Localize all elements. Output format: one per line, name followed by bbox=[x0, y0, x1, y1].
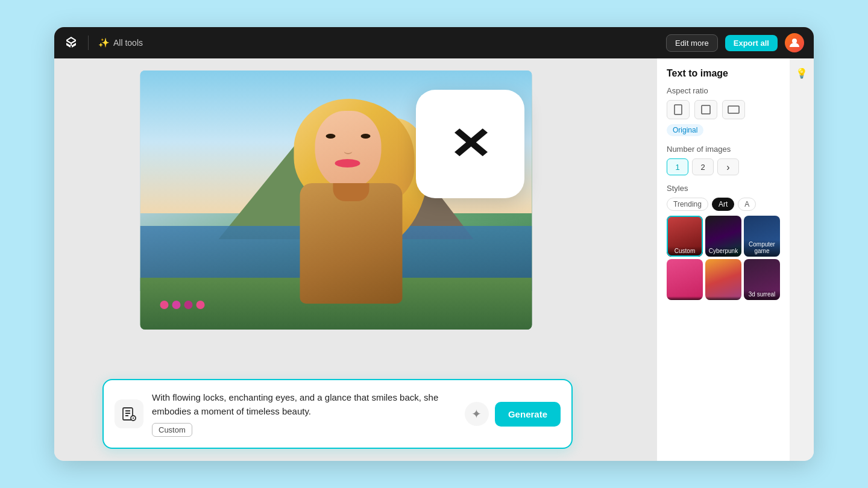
export-all-button[interactable]: Export all bbox=[725, 35, 778, 51]
num-1-button[interactable]: 1 bbox=[667, 158, 688, 175]
sparkle-button[interactable]: ✦ bbox=[465, 402, 489, 426]
svg-rect-8 bbox=[675, 105, 682, 114]
prompt-text-area: With flowing locks, enchanting eyes, and… bbox=[152, 391, 456, 437]
num-2-button[interactable]: 2 bbox=[692, 158, 714, 175]
aspect-ratio-row bbox=[667, 100, 780, 119]
ar-square-button[interactable] bbox=[694, 100, 717, 119]
num-images-row: 1 2 › bbox=[667, 158, 780, 175]
style-tab-art[interactable]: Art bbox=[712, 198, 734, 211]
style-tabs: Trending Art A bbox=[667, 198, 780, 211]
capcut-logo-large: ✕ bbox=[416, 90, 524, 198]
num-more-button[interactable]: › bbox=[717, 158, 739, 175]
lightbulb-icon: 💡 bbox=[796, 67, 808, 79]
prompt-icon-box[interactable] bbox=[115, 399, 143, 428]
num-images-label: Number of images bbox=[667, 145, 780, 154]
all-tools-button[interactable]: ✨ All tools bbox=[98, 37, 143, 48]
lightbulb-button[interactable]: 💡 bbox=[792, 63, 811, 83]
main-content: ✕ With flowing locks, enchan bbox=[54, 58, 814, 461]
panel-title: Text to image bbox=[667, 68, 780, 79]
ar-landscape-button[interactable] bbox=[722, 100, 745, 119]
right-panel: Text to image Aspect ratio Original Numb… bbox=[657, 58, 790, 461]
prompt-main-text[interactable]: With flowing locks, enchanting eyes, and… bbox=[152, 391, 456, 418]
style-row2-1-label bbox=[667, 296, 703, 300]
style-item-cyberpunk[interactable]: Cyberpunk bbox=[705, 216, 741, 257]
style-3d-surreal-label: 3d surreal bbox=[744, 290, 780, 300]
style-item-computer-game[interactable]: Computer game bbox=[744, 216, 780, 257]
sparkle-icon: ✦ bbox=[471, 407, 482, 421]
svg-rect-9 bbox=[702, 105, 710, 114]
top-navigation: ✨ All tools Edit more Export all bbox=[54, 27, 814, 58]
generate-button[interactable]: Generate bbox=[495, 402, 561, 427]
all-tools-label: All tools bbox=[113, 38, 143, 48]
canvas-area: ✕ With flowing locks, enchan bbox=[54, 58, 657, 461]
sidebar-right: 💡 bbox=[790, 58, 814, 461]
styles-label: Styles bbox=[667, 184, 780, 193]
prompt-actions: ✦ Generate bbox=[465, 402, 561, 427]
style-cyberpunk-label: Cyberpunk bbox=[705, 246, 741, 257]
style-item-custom[interactable]: Custom bbox=[667, 216, 703, 257]
nav-divider bbox=[88, 36, 89, 50]
style-item-3d-surreal[interactable]: 3d surreal bbox=[744, 259, 780, 300]
style-tab-trending[interactable]: Trending bbox=[667, 198, 708, 211]
style-computer-game-label: Computer game bbox=[744, 240, 780, 257]
capcut-x-symbol: ✕ bbox=[448, 119, 492, 169]
svg-point-0 bbox=[792, 39, 797, 43]
svg-rect-10 bbox=[728, 106, 739, 113]
user-avatar[interactable] bbox=[785, 33, 804, 52]
style-item-row2-1[interactable] bbox=[667, 259, 703, 300]
style-row2-2-label bbox=[705, 296, 741, 300]
style-grid: Custom Cyberpunk Computer game bbox=[667, 216, 780, 300]
style-item-row2-2[interactable] bbox=[705, 259, 741, 300]
ar-portrait-button[interactable] bbox=[667, 100, 690, 119]
style-badge[interactable]: Custom bbox=[152, 423, 192, 437]
style-tab-more[interactable]: A bbox=[738, 198, 756, 211]
original-tag[interactable]: Original bbox=[667, 124, 703, 136]
style-custom-label: Custom bbox=[667, 246, 703, 257]
app-logo[interactable] bbox=[64, 36, 78, 50]
aspect-ratio-label: Aspect ratio bbox=[667, 86, 780, 95]
edit-more-button[interactable]: Edit more bbox=[666, 34, 718, 52]
prompt-input-card: With flowing locks, enchanting eyes, and… bbox=[102, 379, 573, 449]
